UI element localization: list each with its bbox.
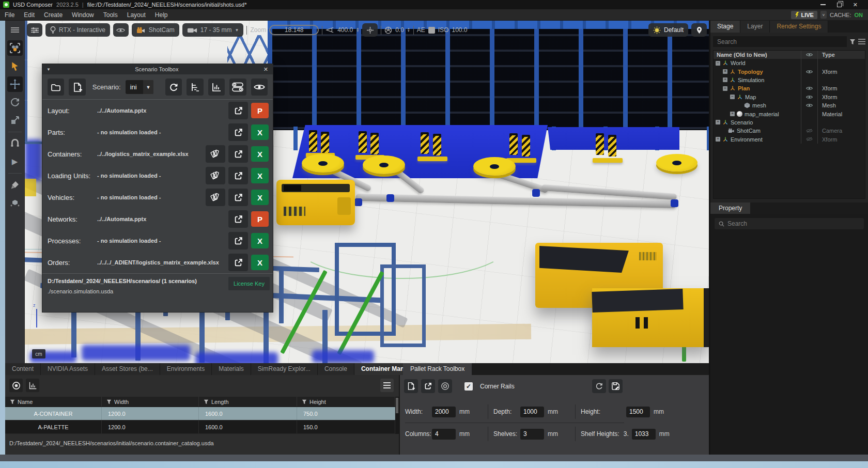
tree-row-scenario[interactable]: + Scenario bbox=[714, 118, 865, 127]
powerpoint-icon[interactable]: P bbox=[251, 211, 269, 227]
reload-scenario-button[interactable] bbox=[165, 79, 182, 96]
toggles-button[interactable] bbox=[229, 79, 246, 96]
tab-pallet-rack-toolbox[interactable]: Pallet Rack Toolbox bbox=[403, 363, 472, 375]
scenario-toolbox-header[interactable]: ▼ Scenario Toolbox ✕ bbox=[42, 64, 273, 74]
height-input[interactable] bbox=[626, 407, 650, 417]
iso-value[interactable]: 100.0 bbox=[452, 26, 467, 34]
focal-stepper[interactable]: ▲▼ bbox=[356, 27, 359, 33]
paint-tool[interactable] bbox=[7, 177, 23, 193]
tab-property[interactable]: Property bbox=[710, 202, 750, 214]
excel-icon[interactable]: X bbox=[251, 233, 269, 248]
viewport-settings-icon[interactable] bbox=[27, 23, 42, 37]
open-external-button[interactable] bbox=[228, 167, 248, 184]
catalog-cards-button[interactable] bbox=[206, 145, 225, 163]
open-external-button[interactable] bbox=[228, 145, 248, 163]
tab-nvidia-assets[interactable]: NVIDIA Assets bbox=[41, 363, 95, 375]
menu-file[interactable]: File bbox=[0, 9, 19, 21]
visibility-toggle-button[interactable] bbox=[251, 79, 268, 96]
aperture-stepper[interactable]: ▲▼ bbox=[407, 27, 410, 33]
camera-selector[interactable]: ShotCam bbox=[132, 23, 179, 37]
live-dropdown[interactable]: v bbox=[820, 11, 827, 19]
ae-checkbox[interactable] bbox=[428, 27, 435, 34]
new-rack-button[interactable] bbox=[404, 379, 418, 393]
tree-row-topology[interactable]: + Topology Xform bbox=[714, 67, 865, 75]
tree-row-map[interactable]: − Map Xform bbox=[714, 93, 865, 101]
menu-window[interactable]: Window bbox=[67, 9, 99, 21]
tree-row-mesh[interactable]: mesh Mesh bbox=[714, 101, 865, 110]
name-column-header[interactable]: Name (Old to New) bbox=[714, 52, 801, 58]
menu-edit[interactable]: Edit bbox=[19, 9, 39, 21]
open-external-button[interactable] bbox=[228, 254, 248, 271]
table-row-a-palette[interactable]: A-PALETTE 1200.0 1600.0 150.0 bbox=[5, 420, 395, 434]
preview-target-button[interactable] bbox=[9, 379, 23, 392]
statistics-button[interactable] bbox=[208, 79, 225, 96]
aperture-value[interactable]: 0.0 bbox=[395, 26, 404, 34]
save-edit-button[interactable] bbox=[609, 379, 623, 393]
maximize-button[interactable] bbox=[837, 3, 842, 7]
header-length[interactable]: Length bbox=[199, 397, 297, 407]
powerpoint-icon[interactable]: P bbox=[251, 103, 269, 118]
lens-selector[interactable]: 17 - 35 mm ▼ bbox=[182, 23, 244, 37]
focal-value[interactable]: 400.0 bbox=[337, 26, 353, 34]
stage-search-input[interactable] bbox=[713, 36, 847, 47]
shelves-input[interactable] bbox=[520, 429, 544, 440]
open-folder-button[interactable] bbox=[48, 79, 64, 96]
physics-drop-tool[interactable] bbox=[7, 195, 23, 211]
tab-content[interactable]: Content bbox=[5, 363, 41, 375]
open-external-button[interactable] bbox=[421, 379, 435, 393]
corner-rails-checkbox[interactable]: ✓ bbox=[464, 382, 473, 391]
open-external-button[interactable] bbox=[228, 232, 248, 249]
close-icon[interactable]: ✕ bbox=[259, 66, 273, 73]
open-external-button[interactable] bbox=[228, 210, 248, 228]
catalog-cards-button[interactable] bbox=[206, 167, 225, 184]
play-icon[interactable]: ▶ bbox=[7, 154, 23, 169]
statistics-button[interactable] bbox=[26, 379, 39, 392]
menu-help[interactable]: Help bbox=[150, 9, 173, 21]
preview-eye-button[interactable] bbox=[438, 379, 452, 393]
shelf-heights-input[interactable] bbox=[632, 429, 656, 440]
table-menu-icon[interactable] bbox=[380, 379, 394, 392]
rotate-tool[interactable] bbox=[7, 95, 23, 110]
width-input[interactable] bbox=[432, 407, 456, 417]
collapse-icon[interactable]: ▼ bbox=[42, 67, 55, 72]
minimize-button[interactable] bbox=[820, 4, 826, 5]
visibility-icon[interactable] bbox=[113, 23, 129, 37]
excel-icon[interactable]: X bbox=[251, 255, 269, 270]
refresh-rack-button[interactable] bbox=[592, 379, 606, 393]
table-scrollbar[interactable] bbox=[395, 397, 399, 434]
tab-stage[interactable]: Stage bbox=[710, 21, 740, 33]
hierarchy-view-button[interactable] bbox=[187, 79, 203, 96]
open-external-button[interactable] bbox=[228, 123, 248, 141]
select-tool[interactable] bbox=[7, 58, 23, 74]
depth-input[interactable] bbox=[520, 407, 544, 417]
close-button[interactable]: ✕ bbox=[853, 2, 858, 7]
scale-tool[interactable] bbox=[7, 113, 23, 128]
open-external-button[interactable] bbox=[228, 189, 248, 206]
tree-row-plan[interactable]: − Plan Xform bbox=[714, 84, 865, 92]
renderer-selector[interactable]: RTX - Interactive bbox=[45, 23, 110, 37]
catalog-cards-button[interactable] bbox=[206, 189, 225, 206]
lighting-selector[interactable]: Default bbox=[648, 23, 688, 37]
excel-icon[interactable]: X bbox=[251, 124, 269, 140]
header-width[interactable]: Width bbox=[102, 397, 199, 407]
tab-render-settings[interactable]: Render Settings bbox=[770, 21, 828, 33]
tab-console[interactable]: Console bbox=[318, 363, 354, 375]
new-scenario-button[interactable] bbox=[69, 79, 85, 96]
table-row-a-container[interactable]: A-CONTAINER 1200.0 1600.0 750.0 bbox=[5, 407, 395, 420]
prim-select-tool[interactable] bbox=[7, 40, 23, 56]
header-name[interactable]: Name bbox=[5, 397, 102, 407]
tree-row-simulation[interactable]: + Simulation bbox=[714, 76, 865, 84]
columns-input[interactable] bbox=[432, 429, 456, 440]
tab-layer[interactable]: Layer bbox=[740, 21, 770, 33]
tree-row-map-material[interactable]: + map_material Material bbox=[714, 110, 865, 118]
toolbar-menu-icon[interactable] bbox=[7, 22, 23, 38]
tree-row-environment[interactable]: + Environment Xform bbox=[714, 135, 865, 144]
menu-layout[interactable]: Layout bbox=[122, 9, 150, 21]
move-tool[interactable] bbox=[7, 76, 23, 92]
snap-tool[interactable] bbox=[7, 136, 23, 151]
excel-icon[interactable]: X bbox=[251, 146, 269, 162]
open-external-button[interactable] bbox=[228, 102, 248, 119]
excel-icon[interactable]: X bbox=[251, 168, 269, 183]
location-pin-icon[interactable] bbox=[691, 23, 707, 37]
options-menu-icon[interactable] bbox=[858, 39, 865, 44]
